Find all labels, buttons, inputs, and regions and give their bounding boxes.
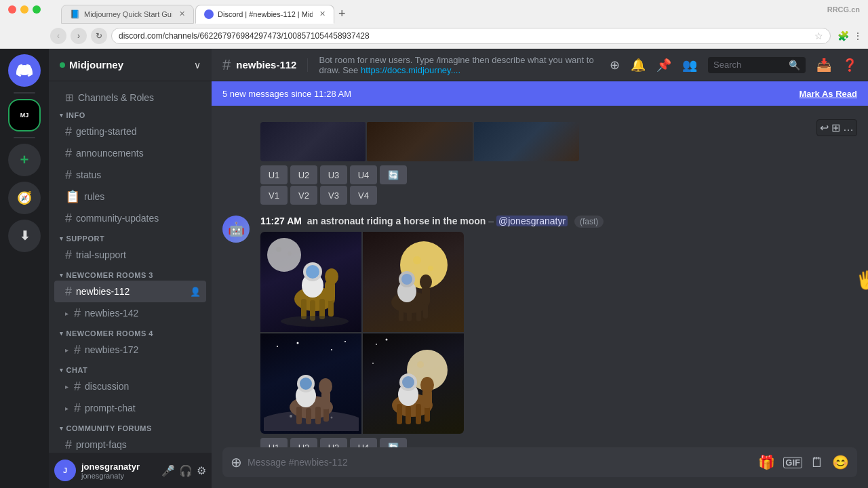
menu-icon[interactable]: ⋮: [853, 30, 863, 41]
hash-threads-icon[interactable]: ⊕: [610, 58, 620, 73]
topic-link[interactable]: https://docs.midjourney....: [361, 65, 460, 75]
channel-prompt-chat[interactable]: ▸ # prompt-chat: [54, 397, 206, 419]
explore-servers-icon[interactable]: 🧭: [8, 182, 41, 214]
channel-header: # newbies-112 Bot room for new users. Ty…: [212, 49, 868, 81]
bookmark-icon[interactable]: ☆: [814, 30, 823, 41]
section-label-community-forums: COMMUNITY FORUMS: [66, 424, 152, 432]
svg-point-29: [331, 349, 332, 350]
tab-midjourney[interactable]: 📘 Midjourney Quick Start Guide ✕: [61, 5, 194, 24]
notification-settings-icon[interactable]: 🔔: [631, 58, 646, 73]
section-header-community-forums[interactable]: ▾ COMMUNITY FORUMS: [49, 422, 212, 434]
server-menu-chevron[interactable]: ∨: [194, 60, 201, 70]
search-bar[interactable]: Search 🔍: [708, 57, 806, 73]
more-actions-icon-top[interactable]: …: [843, 121, 854, 134]
section-header-support[interactable]: ▾ SUPPORT: [49, 232, 212, 244]
top-v1-button[interactable]: V1: [260, 186, 288, 205]
sticker-icon[interactable]: 🗒: [810, 455, 824, 470]
svg-rect-48: [406, 406, 411, 424]
message-input-field[interactable]: Message #newbies-112: [248, 457, 753, 468]
mute-button[interactable]: 🎤: [161, 464, 175, 477]
reply-icon-top[interactable]: ↩: [820, 121, 829, 134]
midjourney-server-icon[interactable]: MJ: [8, 99, 41, 131]
u2-button[interactable]: U2: [290, 438, 317, 447]
tab-title-1: Midjourney Quick Start Guide: [84, 10, 172, 18]
channel-getting-started[interactable]: # getting-started: [54, 121, 206, 142]
url-bar[interactable]: discord.com/channels/662267976984297473/…: [111, 28, 831, 44]
svg-point-15: [413, 256, 421, 264]
message-input-box[interactable]: ⊕ Message #newbies-112 🎁 GIF 🗒 😊: [222, 447, 857, 477]
channels-and-roles-item[interactable]: ⊞ Channels & Roles: [54, 87, 206, 108]
hash-icon-rules: 📋: [65, 189, 80, 204]
section-header-chat[interactable]: ▾ CHAT: [49, 363, 212, 375]
top-u2-button[interactable]: U2: [290, 165, 317, 184]
gif-icon[interactable]: GIF: [783, 457, 802, 468]
astro-bl-svg: [264, 336, 359, 431]
server-header[interactable]: Midjourney ∨: [49, 49, 212, 81]
refresh-button[interactable]: ↻: [91, 28, 107, 44]
top-image-grid[interactable]: [260, 122, 579, 161]
extensions-icon[interactable]: 🧩: [837, 30, 849, 41]
u3-button[interactable]: U3: [320, 438, 347, 447]
top-u3-button[interactable]: U3: [320, 165, 347, 184]
tab-close-1[interactable]: ✕: [179, 9, 185, 18]
messages-area[interactable]: U1 U2 U3 U4 🔄 V1 V2 V3 V4: [212, 106, 868, 447]
channel-rules[interactable]: 📋 rules: [54, 186, 206, 207]
section-header-info[interactable]: ▾ INFO: [49, 108, 212, 121]
channel-announcements[interactable]: # announcements: [54, 142, 206, 164]
window-maximize[interactable]: [33, 5, 41, 14]
mark-as-read-button[interactable]: Mark As Read: [800, 89, 858, 99]
discord-home-icon[interactable]: [8, 54, 41, 87]
channel-status[interactable]: # status: [54, 164, 206, 186]
section-arrow-newcomer-3: ▾: [60, 272, 64, 279]
channel-newbies-112[interactable]: # newbies-112 👤: [54, 281, 206, 302]
refresh-button[interactable]: 🔄: [380, 438, 407, 447]
svg-point-52: [420, 377, 434, 393]
member-icon-newbies-112: 👤: [190, 287, 201, 297]
channel-newbies-142[interactable]: ▸ # newbies-142: [54, 302, 206, 324]
forward-button[interactable]: ›: [71, 28, 87, 44]
channel-community-updates[interactable]: # community-updates: [54, 207, 206, 229]
svg-rect-18: [399, 302, 403, 321]
top-v3-button[interactable]: V3: [320, 186, 347, 205]
hash-icon-trial-support: #: [65, 248, 72, 262]
tab-close-2[interactable]: ✕: [319, 9, 326, 18]
back-button[interactable]: ‹: [50, 28, 66, 44]
input-placeholder-text: Message #newbies-112: [248, 457, 348, 468]
channel-name-newbies-142: newbies-142: [85, 308, 201, 319]
channel-discussion[interactable]: ▸ # discussion: [54, 375, 206, 397]
pin-icon[interactable]: 📌: [656, 58, 671, 73]
window-close[interactable]: [8, 5, 16, 14]
top-v4-button[interactable]: V4: [350, 186, 377, 205]
gift-icon[interactable]: 🎁: [758, 454, 775, 470]
channel-newbies-172[interactable]: ▸ # newbies-172: [54, 339, 206, 361]
u4-button[interactable]: U4: [350, 438, 377, 447]
section-header-newcomer-3[interactable]: ▾ NEWCOMER ROOMS 3: [49, 268, 212, 281]
help-icon[interactable]: ❓: [842, 58, 857, 73]
search-placeholder: Search: [713, 60, 786, 70]
emoji-icon[interactable]: 😊: [832, 454, 849, 470]
top-u4-button[interactable]: U4: [350, 165, 377, 184]
svg-point-16: [428, 266, 433, 271]
channel-trial-support[interactable]: # trial-support: [54, 244, 206, 266]
new-tab-button[interactable]: +: [336, 7, 349, 21]
window-minimize[interactable]: [20, 5, 28, 14]
astronaut-image-grid[interactable]: [260, 232, 464, 434]
inbox-icon[interactable]: 📥: [816, 58, 831, 73]
channel-prompt-faqs[interactable]: # prompt-faqs: [54, 434, 206, 453]
deafen-button[interactable]: 🎧: [179, 464, 193, 477]
top-u1-button[interactable]: U1: [260, 165, 288, 184]
attachment-icon[interactable]: ⊕: [231, 454, 242, 470]
expand-arrow-newbies-172: ▸: [65, 346, 68, 354]
tab-discord[interactable]: Discord | #newbies-112 | Mid... ✕: [195, 5, 334, 24]
online-indicator: [60, 62, 65, 68]
section-header-newcomer-4[interactable]: ▾ NEWCOMER ROOMS 4: [49, 327, 212, 339]
reactions-icon-top[interactable]: ⊞: [831, 121, 840, 134]
settings-button[interactable]: ⚙: [197, 464, 206, 477]
top-refresh-button[interactable]: 🔄: [380, 165, 407, 184]
download-apps-icon[interactable]: ⬇: [8, 220, 41, 252]
u1-button[interactable]: U1: [260, 438, 288, 447]
top-v2-button[interactable]: V2: [290, 186, 317, 205]
svg-rect-47: [397, 404, 402, 424]
add-server-icon[interactable]: +: [8, 144, 41, 176]
members-icon[interactable]: 👥: [682, 58, 697, 73]
